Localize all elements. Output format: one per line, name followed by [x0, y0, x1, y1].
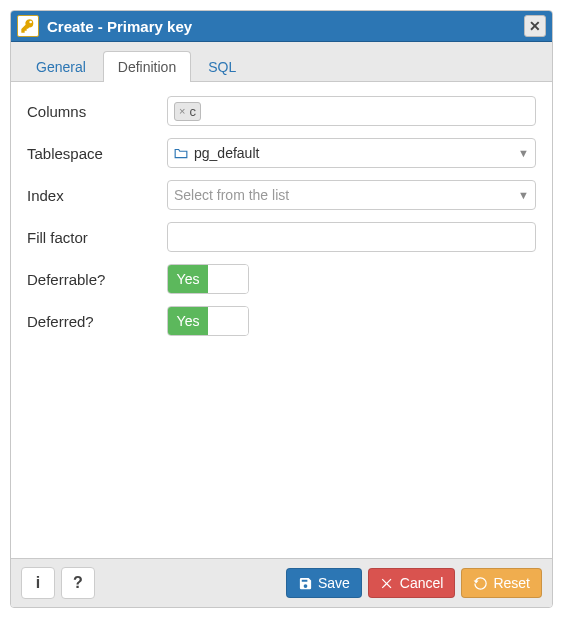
- tablespace-value: pg_default: [194, 145, 259, 161]
- info-button[interactable]: i: [21, 567, 55, 599]
- tab-general[interactable]: General: [21, 51, 101, 82]
- fillfactor-input-wrap: [167, 222, 536, 252]
- title-bar: Create - Primary key ✕: [11, 11, 552, 42]
- cancel-button[interactable]: Cancel: [368, 568, 456, 598]
- reset-icon: [473, 576, 488, 591]
- caret-down-icon: ▼: [518, 147, 529, 159]
- tablespace-label: Tablespace: [27, 145, 167, 162]
- close-button[interactable]: ✕: [524, 15, 546, 37]
- tab-sql[interactable]: SQL: [193, 51, 251, 82]
- toggle-off-side: [208, 265, 248, 293]
- deferred-label: Deferred?: [27, 313, 167, 330]
- tablespace-select[interactable]: pg_default ▼: [167, 138, 536, 168]
- chip-label: c: [189, 104, 196, 119]
- cancel-label: Cancel: [400, 575, 444, 591]
- reset-button[interactable]: Reset: [461, 568, 542, 598]
- deferred-toggle[interactable]: Yes: [167, 306, 249, 336]
- deferrable-toggle[interactable]: Yes: [167, 264, 249, 294]
- help-icon: ?: [73, 574, 83, 592]
- column-chip[interactable]: × c: [174, 102, 201, 121]
- toggle-off-side: [208, 307, 248, 335]
- index-select[interactable]: Select from the list ▼: [167, 180, 536, 210]
- dialog-footer: i ? Save Cancel Reset: [11, 558, 552, 607]
- columns-input[interactable]: × c: [167, 96, 536, 126]
- fillfactor-label: Fill factor: [27, 229, 167, 246]
- save-button[interactable]: Save: [286, 568, 362, 598]
- info-icon: i: [36, 574, 40, 592]
- close-icon: ✕: [529, 18, 541, 34]
- reset-label: Reset: [493, 575, 530, 591]
- dialog-title: Create - Primary key: [47, 18, 524, 35]
- save-icon: [298, 576, 313, 591]
- help-button[interactable]: ?: [61, 567, 95, 599]
- columns-label: Columns: [27, 103, 167, 120]
- tab-bar: General Definition SQL: [11, 42, 552, 82]
- tab-definition[interactable]: Definition: [103, 51, 191, 82]
- index-placeholder: Select from the list: [174, 187, 289, 203]
- deferrable-label: Deferrable?: [27, 271, 167, 288]
- chip-remove-icon[interactable]: ×: [177, 105, 187, 117]
- toggle-on-label: Yes: [168, 265, 208, 293]
- save-label: Save: [318, 575, 350, 591]
- primary-key-icon: [17, 15, 39, 37]
- fillfactor-input[interactable]: [176, 229, 527, 245]
- toggle-on-label: Yes: [168, 307, 208, 335]
- folder-icon: [174, 147, 188, 159]
- dialog: Create - Primary key ✕ General Definitio…: [10, 10, 553, 608]
- index-label: Index: [27, 187, 167, 204]
- cancel-icon: [380, 576, 395, 591]
- caret-down-icon: ▼: [518, 189, 529, 201]
- dialog-body: Columns × c Tablespace pg_default: [11, 82, 552, 558]
